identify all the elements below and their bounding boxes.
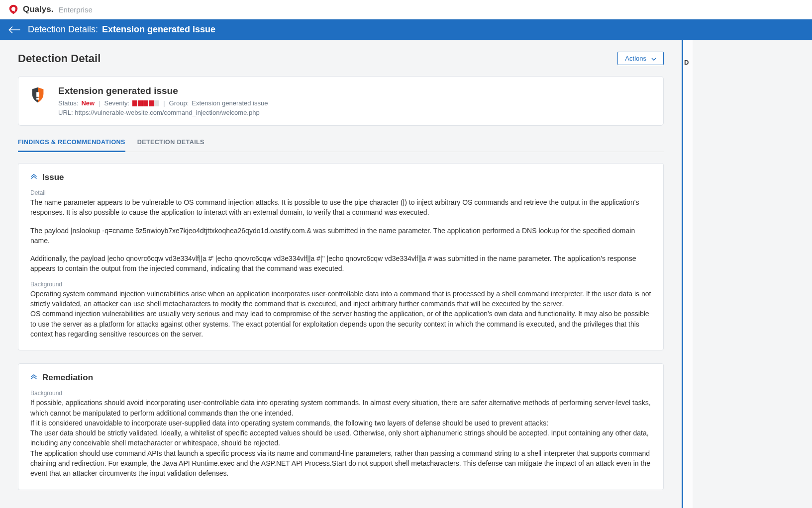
status-value: New	[81, 99, 95, 107]
main-content: Detection Detail Actions Extension gener…	[0, 40, 682, 508]
issue-panel: Issue Detail The name parameter appears …	[18, 163, 664, 350]
issue-background-text-2: OS command injection vulnerabilities are…	[30, 309, 651, 339]
rail-item[interactable]	[683, 71, 693, 88]
shield-icon	[28, 85, 47, 104]
back-button[interactable]	[8, 25, 21, 34]
qualys-logo-icon	[8, 4, 19, 15]
rail-item[interactable]	[683, 88, 693, 106]
page-title: Detection Detail	[18, 52, 101, 65]
rail-item[interactable]	[683, 123, 693, 141]
issue-detail-text-3: Additionally, the payload |echo qnovrc6c…	[30, 254, 651, 274]
remediation-text-1: If possible, applications should avoid i…	[30, 398, 651, 418]
actions-button-label: Actions	[625, 55, 646, 62]
meta-separator: |	[163, 99, 165, 107]
meta-separator: |	[99, 99, 100, 107]
svg-rect-0	[36, 92, 39, 97]
rail-item[interactable]	[683, 175, 693, 193]
issue-background-label: Background	[30, 281, 651, 288]
url-value: https://vulnerable-website.com/command_i…	[75, 109, 259, 116]
svg-rect-1	[36, 98, 39, 100]
chevron-down-icon	[651, 55, 656, 62]
tabs: FINDINGS & RECOMMENDATIONS DETECTION DET…	[18, 135, 664, 152]
rail-item[interactable]	[683, 106, 693, 123]
issue-detail-text-2: The payload |nslookup -q=cname 5z5nwioyb…	[30, 226, 651, 246]
remediation-panel: Remediation Background If possible, appl…	[18, 363, 664, 490]
summary-title: Extension generated issue	[58, 85, 653, 96]
status-label: Status:	[58, 99, 78, 107]
tab-findings[interactable]: FINDINGS & RECOMMENDATIONS	[18, 135, 125, 152]
brand-name: Qualys.	[23, 4, 53, 14]
breadcrumb-bar: Detection Details: Extension generated i…	[0, 19, 812, 40]
collapse-icon[interactable]	[30, 174, 37, 181]
summary-card: Extension generated issue Status: New | …	[18, 76, 664, 126]
remediation-text-4: The application should use command APIs …	[30, 448, 651, 479]
severity-bars	[132, 100, 159, 106]
right-rail: D	[682, 40, 693, 508]
group-label: Group:	[169, 99, 189, 107]
collapse-icon[interactable]	[30, 374, 37, 381]
breadcrumb-label: Detection Details:	[28, 24, 98, 34]
issue-heading: Issue	[42, 172, 64, 182]
issue-detail-text-1: The name parameter appears to be vulnera…	[30, 197, 651, 218]
brand-sub: Enterprise	[58, 5, 92, 14]
group-value: Extension generated issue	[192, 99, 268, 107]
severity-label: Severity:	[104, 99, 130, 107]
remediation-background-label: Background	[30, 390, 651, 397]
rail-item[interactable]: D	[683, 54, 693, 71]
brand-bar: Qualys. Enterprise	[0, 0, 812, 19]
issue-background-text-1: Operating system command injection vulne…	[30, 289, 651, 309]
remediation-heading: Remediation	[42, 373, 93, 383]
issue-detail-label: Detail	[30, 189, 651, 196]
url-label: URL:	[58, 109, 73, 116]
breadcrumb-title: Extension generated issue	[102, 24, 215, 34]
actions-button[interactable]: Actions	[617, 52, 664, 65]
remediation-text-2: If it is considered unavoidable to incor…	[30, 418, 651, 428]
rail-item[interactable]	[683, 141, 693, 158]
tab-detection-details[interactable]: DETECTION DETAILS	[137, 135, 204, 152]
rail-item[interactable]	[683, 158, 693, 175]
remediation-text-3: The user data should be strictly validat…	[30, 428, 651, 448]
